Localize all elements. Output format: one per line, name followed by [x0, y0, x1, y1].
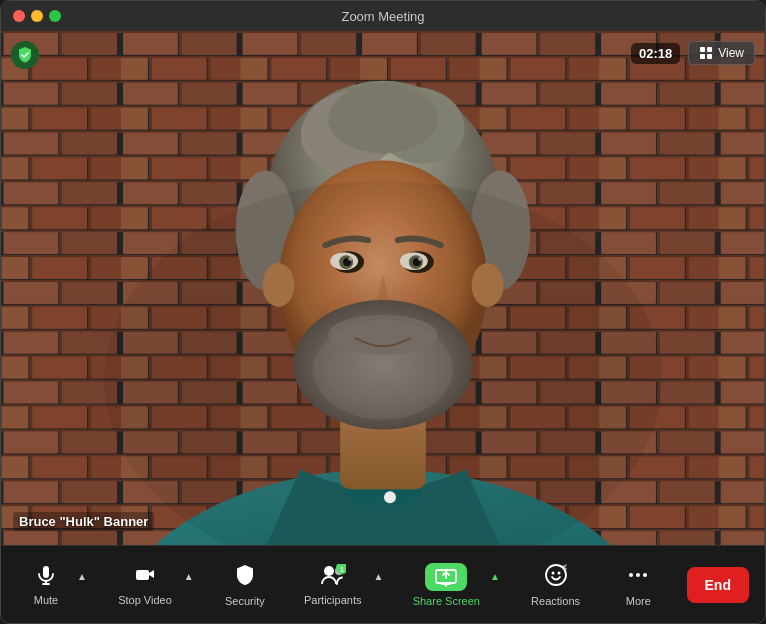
- more-button[interactable]: More: [609, 557, 667, 613]
- mute-chevron[interactable]: ▲: [75, 567, 89, 586]
- view-label: View: [718, 46, 744, 60]
- security-shield-icon: [11, 41, 39, 69]
- svg-text:1: 1: [340, 566, 344, 573]
- share-screen-group: Share Screen ▲: [405, 559, 502, 611]
- video-icon: [134, 564, 156, 590]
- reactions-label: Reactions: [531, 595, 580, 607]
- security-label: Security: [225, 595, 265, 607]
- svg-rect-43: [700, 54, 705, 59]
- svg-point-61: [643, 573, 647, 577]
- share-screen-icon: [434, 567, 458, 587]
- stop-video-group: Stop Video ▲: [108, 558, 196, 612]
- svg-point-58: [557, 571, 560, 574]
- svg-rect-41: [700, 47, 705, 52]
- security-button[interactable]: Security: [215, 557, 275, 613]
- participants-button[interactable]: 1 Participants: [294, 558, 371, 612]
- svg-rect-44: [707, 54, 712, 59]
- zoom-window: Zoom Meeting: [0, 0, 766, 624]
- title-bar: Zoom Meeting: [1, 1, 765, 31]
- minimize-button[interactable]: [31, 10, 43, 22]
- svg-point-57: [551, 571, 554, 574]
- mute-group: Mute ▲: [17, 558, 89, 612]
- share-screen-label: Share Screen: [413, 595, 480, 607]
- svg-rect-45: [43, 566, 49, 578]
- svg-point-59: [629, 573, 633, 577]
- share-chevron[interactable]: ▲: [488, 567, 502, 586]
- share-screen-icon-bg: [425, 563, 467, 591]
- window-title: Zoom Meeting: [341, 9, 424, 24]
- share-screen-button[interactable]: Share Screen: [405, 559, 488, 611]
- reactions-button[interactable]: Reactions: [521, 557, 590, 613]
- more-label: More: [626, 595, 651, 607]
- stop-video-label: Stop Video: [118, 594, 172, 606]
- more-icon: [626, 563, 650, 591]
- close-button[interactable]: [13, 10, 25, 22]
- end-button[interactable]: End: [687, 567, 749, 603]
- microphone-icon: [35, 564, 57, 590]
- mute-label: Mute: [34, 594, 58, 606]
- participants-icon: 1: [320, 564, 346, 590]
- top-controls: 02:18 View: [631, 41, 755, 65]
- svg-point-49: [324, 566, 334, 576]
- grid-icon: [699, 46, 713, 60]
- mute-button[interactable]: Mute: [17, 558, 75, 612]
- video-feed: [1, 31, 765, 545]
- participants-group: 1 Participants ▲: [294, 558, 385, 612]
- video-area: 02:18 View Bruce "Hulk" Banner: [1, 31, 765, 545]
- svg-point-60: [636, 573, 640, 577]
- toolbar: Mute ▲ Stop Video ▲: [1, 545, 765, 623]
- svg-point-20: [328, 84, 438, 154]
- participants-label: Participants: [304, 594, 361, 606]
- participants-chevron[interactable]: ▲: [371, 567, 385, 586]
- stop-video-button[interactable]: Stop Video: [108, 558, 182, 612]
- svg-rect-42: [707, 47, 712, 52]
- traffic-lights: [13, 10, 61, 22]
- reactions-icon: [544, 563, 568, 591]
- svg-rect-48: [136, 570, 149, 580]
- view-button[interactable]: View: [688, 41, 755, 65]
- video-chevron[interactable]: ▲: [182, 567, 196, 586]
- meeting-timer: 02:18: [631, 43, 680, 64]
- maximize-button[interactable]: [49, 10, 61, 22]
- shield-icon: [234, 563, 256, 591]
- participant-name: Bruce "Hulk" Banner: [13, 512, 154, 531]
